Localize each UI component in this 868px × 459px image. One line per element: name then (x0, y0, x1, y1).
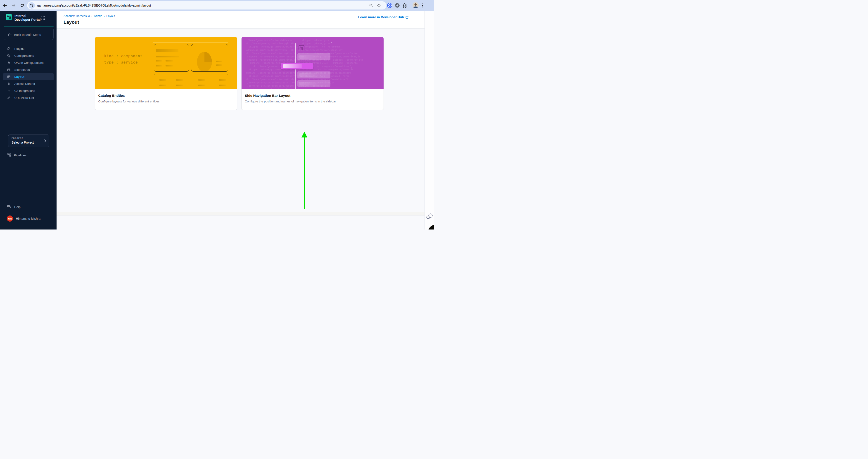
plugin-icon (7, 47, 11, 51)
sidebar-item-layout[interactable]: Layout (3, 73, 54, 80)
sidebar-item-label: Access Control (14, 82, 35, 86)
sidebar-item-url-allow-list[interactable]: URL Allow List (3, 94, 54, 101)
right-rail (425, 11, 434, 230)
back-to-main-menu[interactable]: Back to Main Menu (7, 33, 41, 37)
layout-icon (7, 75, 11, 79)
sidebar-item-pipelines[interactable]: Pipelines (7, 153, 27, 157)
sidebar-item-label: Configurations (14, 54, 34, 58)
sidebar-item-git-integrations[interactable]: Git Integrations (3, 87, 54, 94)
sidebar-divider (4, 127, 53, 127)
yaml-type-line: type : service (104, 60, 138, 64)
breadcrumb-layout[interactable]: Layout (106, 14, 115, 18)
card-description: Configure layouts for various different … (98, 100, 234, 103)
sidebar-item-scorecards[interactable]: Scorecards (3, 66, 54, 73)
bookmark-star-icon[interactable] (376, 3, 381, 8)
pipelines-label: Pipelines (14, 154, 27, 157)
breadcrumb-admin[interactable]: Admin (94, 14, 102, 18)
zoom-icon[interactable] (368, 3, 374, 8)
person-icon (7, 82, 11, 86)
profile-avatar[interactable] (412, 2, 418, 8)
svg-text:?: ? (8, 205, 9, 207)
product-title: Internal Developer Portal (14, 14, 41, 22)
user-avatar: HM (7, 216, 13, 222)
card-description: Configure the position and names of navi… (245, 100, 380, 103)
back-label: Back to Main Menu (14, 33, 41, 37)
extensions-puzzle-icon[interactable] (402, 2, 407, 8)
pipelines-icon (7, 153, 11, 157)
sidebar-item-label: Layout (14, 75, 24, 78)
project-selector[interactable]: PROJECT Select a Project (8, 134, 49, 147)
illustration-panel-table (154, 74, 228, 89)
toolbar-divider (410, 3, 410, 8)
onepassword-extension-icon[interactable] (387, 2, 393, 8)
sidebar-item-label: Scorecards (14, 68, 30, 71)
project-label: PROJECT (11, 137, 23, 139)
card-catalog-entities[interactable]: kind : component type : service (95, 37, 237, 110)
menu-kebab-icon[interactable] (420, 2, 425, 8)
sidebar-user[interactable]: HM Himanshu Mishra (7, 216, 40, 222)
breadcrumb-separator: › (104, 14, 105, 18)
browser-toolbar: qa.harness.io/ng/account/zEaak-FLS425IEO… (0, 0, 434, 11)
external-link-icon (405, 15, 409, 19)
sidebar-item-label: URL Allow List (14, 96, 34, 99)
sidebar-item-label: OAuth Configurations (14, 61, 44, 64)
card-side-navigation-layout[interactable]: /drone/go-scm/scm/driver/bitbucket skipp… (241, 37, 384, 110)
url-text[interactable]: qa.harness.io/ng/account/zEaak-FLS425IEO… (37, 4, 151, 7)
help-chat-icon: ? (7, 205, 11, 209)
harness-idp-logo-icon (6, 14, 12, 20)
card-title: Side Navigation Bar Layout (245, 94, 380, 98)
yaml-kind-line: kind : component (104, 54, 143, 58)
link-icon (7, 96, 11, 100)
breadcrumb: Account: Harness.io › Admin › Layout (64, 14, 115, 18)
teal-accent-divider (4, 26, 54, 27)
sidenav-card-illustration: /drone/go-scm/scm/driver/bitbucket skipp… (242, 37, 383, 89)
sidebar-nav: PluginsConfigurationsOAuth Configuration… (0, 45, 57, 101)
annotation-arrow-up (302, 132, 307, 209)
address-bar[interactable]: qa.harness.io/ng/account/zEaak-FLS425IEO… (27, 1, 386, 9)
user-name: Himanshu Mishra (16, 217, 40, 221)
breadcrumb-account[interactable]: Account: Harness.io (64, 14, 90, 18)
sidebar-item-label: Git Integrations (14, 89, 35, 93)
project-value: Select a Project (11, 141, 34, 144)
sidebar-item-oauth-configurations[interactable]: OAuth Configurations (3, 59, 54, 66)
learn-more-label: Learn more in Developer Hub (358, 15, 404, 19)
breadcrumb-separator: › (91, 14, 92, 18)
lock-icon (7, 61, 11, 65)
app-grid-icon[interactable] (41, 16, 45, 20)
scorecard-icon (7, 68, 11, 72)
illustration-panel-chart (191, 44, 228, 72)
sidebar-item-plugins[interactable]: Plugins (3, 45, 54, 52)
chat-bubbles-icon[interactable] (426, 213, 433, 220)
card-title: Catalog Entities (98, 94, 234, 98)
sidebar-item-configurations[interactable]: Configurations (3, 52, 54, 59)
git-icon (7, 89, 11, 93)
footer-strip (57, 212, 425, 216)
site-settings-icon[interactable] (29, 2, 35, 9)
catalog-card-illustration: kind : component type : service (95, 37, 237, 89)
sidebar-item-label: Plugins (14, 47, 24, 51)
forward-icon[interactable] (11, 3, 16, 8)
gears-icon (7, 54, 11, 58)
page-header: Account: Harness.io › Admin › Layout Lay… (57, 11, 425, 29)
mini-nav-pill-dragging (281, 63, 313, 69)
sidebar: Internal Developer Portal Back to Main M… (0, 11, 57, 230)
illustration-panel-about (154, 44, 189, 72)
back-icon[interactable] (2, 3, 8, 8)
help-label: Help (14, 205, 21, 209)
reload-icon[interactable] (20, 3, 25, 8)
sidebar-item-help[interactable]: ? Help (7, 205, 21, 209)
mini-nav-pill (298, 53, 331, 60)
content-area: kind : component type : service (57, 29, 425, 212)
arrow-left-icon (7, 33, 11, 37)
sidebar-item-access-control[interactable]: Access Control (3, 80, 54, 87)
spinner-extension-icon[interactable] (395, 2, 400, 8)
mini-nav-pill (298, 80, 331, 87)
mini-nav-pill (298, 71, 331, 78)
mini-logo-icon (299, 45, 304, 51)
chevron-right-icon (44, 139, 47, 144)
learn-more-link[interactable]: Learn more in Developer Hub (358, 15, 409, 19)
page-title: Layout (64, 20, 79, 25)
